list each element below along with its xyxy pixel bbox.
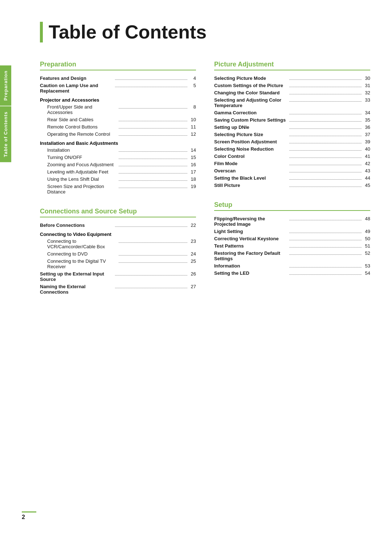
columns: Preparation Features and Design 4 Cautio…	[40, 61, 370, 308]
toc-naming-connections: Naming the External Connections 27	[40, 284, 196, 295]
side-tab-toc: Table of Contents	[0, 106, 11, 162]
toc-black-level: Setting the Black Level 44	[214, 175, 370, 181]
toc-color-control: Color Control 41	[214, 154, 370, 159]
toc-heading-projector: Projector and Accessories	[40, 97, 196, 103]
toc-screen-position: Screen Position Adjustment 39	[214, 139, 370, 144]
toc-overscan: Overscan 43	[214, 168, 370, 173]
toc-dnie: Setting up DNIe 36	[214, 124, 370, 130]
toc-heading-video: Connecting to Video Equipment	[40, 232, 196, 237]
toc-test-patterns: Test Patterns 51	[214, 243, 370, 249]
toc-information: Information 53	[214, 263, 370, 269]
toc-external-input: Setting up the External Input Source 26	[40, 271, 196, 282]
side-tabs: Preparation Table of Contents	[0, 65, 11, 162]
toc-picture-size: Selecting Picture Size 37	[214, 132, 370, 137]
toc-still-picture: Still Picture 45	[214, 183, 370, 188]
toc-operating-remote: Operating the Remote Control 12	[40, 131, 196, 137]
toc-leveling: Leveling with Adjustable Feet 17	[40, 169, 196, 175]
toc-rear-side: Rear Side and Cables 10	[40, 117, 196, 122]
toc-flipping: Flipping/Reversing the Projected Image 4…	[214, 216, 370, 227]
toc-vertical-keystone: Correcting Vertical Keystone 50	[214, 236, 370, 241]
toc-saving-custom: Saving Custom Picture Settings 35	[214, 117, 370, 123]
section-heading-preparation: Preparation	[40, 61, 196, 70]
toc-screen-size: Screen Size and Projection Distance 19	[40, 184, 196, 195]
section-connections: Connections and Source Setup Before Conn…	[40, 208, 196, 295]
toc-color-standard: Changing the Color Standard 32	[214, 90, 370, 95]
section-heading-picture: Picture Adjustment	[214, 61, 370, 70]
section-preparation: Preparation Features and Design 4 Cautio…	[40, 61, 196, 195]
toc-features-design: Features and Design 4	[40, 75, 196, 81]
toc-before-connections: Before Connections 22	[40, 222, 196, 228]
toc-color-temperature: Selecting and Adjusting Color Temperatur…	[214, 97, 370, 108]
section-picture: Picture Adjustment Selecting Picture Mod…	[214, 61, 370, 188]
toc-dvd: Connecting to DVD 24	[40, 251, 196, 257]
toc-light-setting: Light Setting 49	[214, 229, 370, 234]
toc-picture-mode: Selecting Picture Mode 30	[214, 75, 370, 81]
toc-heading-installation: Installation and Basic Adjustments	[40, 140, 196, 146]
page-number: 2	[22, 511, 36, 520]
column-left: Preparation Features and Design 4 Cautio…	[40, 61, 196, 308]
toc-gamma: Gamma Correction 34	[214, 110, 370, 115]
toc-factory-default: Restoring the Factory Default Settings 5…	[214, 250, 370, 261]
toc-custom-settings: Custom Settings of the Picture 31	[214, 83, 370, 88]
toc-caution-lamp: Caution on Lamp Use and Replacement 5	[40, 83, 196, 94]
toc-lens-shift: Using the Lens Shift Dial 18	[40, 176, 196, 182]
section-setup: Setup Flipping/Reversing the Projected I…	[214, 201, 370, 276]
section-heading-setup: Setup	[214, 201, 370, 211]
toc-remote-buttons: Remote Control Buttons 11	[40, 124, 196, 130]
column-right: Picture Adjustment Selecting Picture Mod…	[214, 61, 370, 308]
page-title: Table of Contents	[40, 22, 370, 42]
toc-turning-onoff: Turning ON/OFF 15	[40, 155, 196, 160]
toc-vcr-camcorder: Connecting to VCR/Camcorder/Cable Box 23	[40, 238, 196, 249]
section-heading-connections: Connections and Source Setup	[40, 208, 196, 217]
toc-zooming-focus: Zooming and Focus Adjustment 16	[40, 162, 196, 167]
toc-digital-tv: Connecting to the Digital TV Receiver 25	[40, 258, 196, 269]
toc-noise-reduction: Selecting Noise Reduction 40	[214, 146, 370, 152]
toc-film-mode: Film Mode 42	[214, 161, 370, 166]
main-content: Table of Contents Preparation Features a…	[22, 0, 392, 330]
toc-installation: Installation 14	[40, 147, 196, 153]
toc-front-upper: Front/Upper Side and Accessories 8	[40, 104, 196, 115]
toc-setting-led: Setting the LED 54	[214, 270, 370, 276]
side-tab-preparation: Preparation	[0, 65, 11, 106]
